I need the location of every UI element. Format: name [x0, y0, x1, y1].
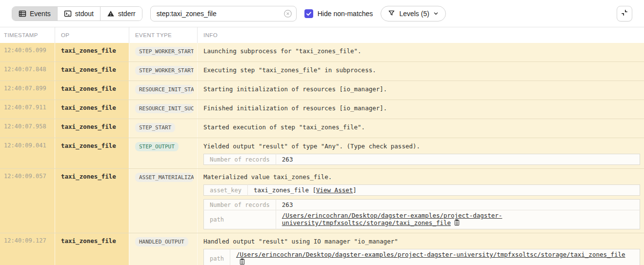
table-row[interactable]: 12:40:07.958 taxi_zones_file STEP_START …	[0, 119, 644, 138]
table-row[interactable]: 12:40:07.899 taxi_zones_file RESOURCE_IN…	[0, 81, 644, 100]
table-row[interactable]: 12:40:05.099 taxi_zones_file STEP_WORKER…	[0, 43, 644, 62]
log-message: Starting initialization of resources [io…	[203, 85, 640, 93]
event-type-badge: STEP_WORKER_STARTI…	[135, 47, 194, 56]
view-asset-link[interactable]: View Asset	[316, 186, 353, 194]
collapse-panel-button[interactable]	[617, 6, 632, 21]
metadata-label: path	[204, 249, 230, 265]
log-message: Started execution of step "taxi_zones_fi…	[203, 123, 640, 131]
search-input[interactable]	[150, 6, 297, 21]
event-type-badge: STEP_OUTPUT	[135, 142, 179, 151]
timestamp-cell: 12:40:09.041	[0, 138, 55, 168]
tab-stderr-label: stderr	[118, 10, 136, 18]
path-link[interactable]: /Users/erincochran/Desktop/dagster-examp…	[236, 251, 625, 258]
log-message: Launching subprocess for "taxi_zones_fil…	[203, 47, 640, 55]
timestamp-cell: 12:40:09.127	[0, 233, 55, 265]
timestamp-cell: 12:40:09.057	[0, 169, 55, 233]
toolbar: Events stdout	[0, 0, 644, 27]
info-cell: Finished initialization of resources [io…	[198, 100, 644, 119]
tab-events-label: Events	[30, 10, 51, 18]
log-rows: 12:40:05.099 taxi_zones_file STEP_WORKER…	[0, 43, 644, 265]
event-type-badge: STEP_WORKER_STARTED	[135, 66, 194, 75]
metadata-value: 263	[276, 200, 640, 210]
event-type-cell: STEP_WORKER_STARTI…	[129, 43, 198, 61]
info-cell: Executing step "taxi_zones_file" in subp…	[198, 62, 644, 81]
op-cell: taxi_zones_file	[55, 81, 129, 100]
info-cell: Starting initialization of resources [io…	[198, 81, 644, 100]
event-type-cell: STEP_START	[129, 119, 198, 138]
event-type-cell: STEP_OUTPUT	[129, 138, 198, 168]
event-type-badge: STEP_START	[135, 123, 175, 132]
event-type-cell: RESOURCE_INIT_SUCC…	[129, 100, 198, 119]
info-cell: Started execution of step "taxi_zones_fi…	[198, 119, 644, 138]
levels-label: Levels (5)	[399, 10, 429, 18]
log-message: Executing step "taxi_zones_file" in subp…	[203, 66, 640, 74]
log-filter-search	[150, 6, 297, 21]
timestamp-cell: 12:40:07.848	[0, 62, 55, 81]
copy-icon[interactable]	[454, 219, 460, 227]
collapse-panel-icon	[620, 8, 629, 19]
timestamp-cell: 12:40:07.899	[0, 81, 55, 100]
op-cell: taxi_zones_file	[55, 233, 129, 265]
timestamp-cell: 12:40:07.958	[0, 119, 55, 138]
column-header-info: INFO	[198, 27, 644, 43]
copy-icon[interactable]	[239, 258, 245, 265]
hide-non-matches-toggle[interactable]: Hide non-matches	[304, 9, 373, 18]
table-row[interactable]: 12:40:07.848 taxi_zones_file STEP_WORKER…	[0, 62, 644, 81]
metadata-value: /Users/erincochran/Desktop/dagster-examp…	[276, 210, 640, 229]
column-header-timestamp: TIMESTAMP	[0, 27, 55, 43]
table-row[interactable]: 12:40:09.041 taxi_zones_file STEP_OUTPUT…	[0, 138, 644, 169]
column-header-event-type: EVENT TYPE	[129, 27, 198, 43]
event-type-badge: HANDLED_OUTPUT	[135, 237, 188, 246]
event-type-cell: RESOURCE_INIT_STAR…	[129, 81, 198, 100]
log-message: Handled output "result" using IO manager…	[203, 237, 640, 245]
log-message: Yielded output "result" of type "Any". (…	[203, 142, 640, 150]
log-message: Finished initialization of resources [io…	[203, 104, 640, 112]
event-type-badge: RESOURCE_INIT_STAR…	[135, 85, 194, 94]
metadata-label: Number of records	[204, 154, 276, 165]
table-row[interactable]: 12:40:09.057 taxi_zones_file ASSET_MATER…	[0, 169, 644, 233]
tab-stderr[interactable]: stderr	[101, 7, 142, 20]
op-cell: taxi_zones_file	[55, 62, 129, 81]
info-cell: Launching subprocess for "taxi_zones_fil…	[198, 43, 644, 61]
column-header-op: OP	[55, 27, 129, 43]
metadata-label: asset_key	[204, 185, 248, 196]
metadata-value: 263	[276, 154, 640, 165]
event-type-badge: RESOURCE_INIT_SUCC…	[135, 104, 194, 113]
tab-stdout[interactable]: stdout	[58, 7, 101, 20]
terminal-icon	[64, 10, 72, 18]
path-link[interactable]: /Users/erincochran/Desktop/dagster-examp…	[282, 212, 503, 226]
event-type-cell: ASSET_MATERIALIZAT…	[129, 169, 198, 233]
metadata-label: Number of records	[204, 200, 276, 210]
log-view-tabs: Events stdout	[12, 6, 142, 21]
table-row[interactable]: 12:40:07.911 taxi_zones_file RESOURCE_IN…	[0, 100, 644, 119]
timestamp-cell: 12:40:05.099	[0, 43, 55, 61]
op-cell: taxi_zones_file	[55, 43, 129, 61]
metadata-value: /Users/erincochran/Desktop/dagster-examp…	[230, 249, 640, 265]
op-cell: taxi_zones_file	[55, 169, 129, 233]
table-header: TIMESTAMP OP EVENT TYPE INFO	[0, 27, 644, 43]
metadata-table: Number of records263path/Users/erincochr…	[203, 199, 640, 229]
hide-non-matches-label: Hide non-matches	[318, 10, 373, 18]
table-row[interactable]: 12:40:09.127 taxi_zones_file HANDLED_OUT…	[0, 233, 644, 265]
filter-funnel-icon	[388, 9, 395, 18]
checkbox-checked-icon[interactable]	[304, 9, 313, 18]
op-cell: taxi_zones_file	[55, 119, 129, 138]
op-cell: taxi_zones_file	[55, 138, 129, 168]
metadata-label: path	[204, 210, 276, 229]
tab-stdout-label: stdout	[75, 10, 94, 18]
warning-icon	[107, 10, 115, 18]
metadata-table: asset_keytaxi_zones_file [View Asset]	[203, 184, 640, 196]
timestamp-cell: 12:40:07.911	[0, 100, 55, 119]
event-type-cell: STEP_WORKER_STARTED	[129, 62, 198, 81]
levels-filter-dropdown[interactable]: Levels (5)	[381, 6, 445, 21]
op-cell: taxi_zones_file	[55, 100, 129, 119]
log-message: Materialized value taxi_zones_file.	[203, 173, 640, 181]
clear-search-icon[interactable]	[283, 9, 292, 18]
metadata-table: Number of records263	[203, 154, 640, 165]
chevron-down-icon	[433, 10, 439, 18]
tab-events[interactable]: Events	[12, 7, 58, 20]
info-cell: Materialized value taxi_zones_file. asse…	[198, 169, 644, 233]
event-type-cell: HANDLED_OUTPUT	[129, 233, 198, 265]
event-log-panel: Events stdout	[0, 0, 644, 265]
info-cell: Yielded output "result" of type "Any". (…	[198, 138, 644, 168]
